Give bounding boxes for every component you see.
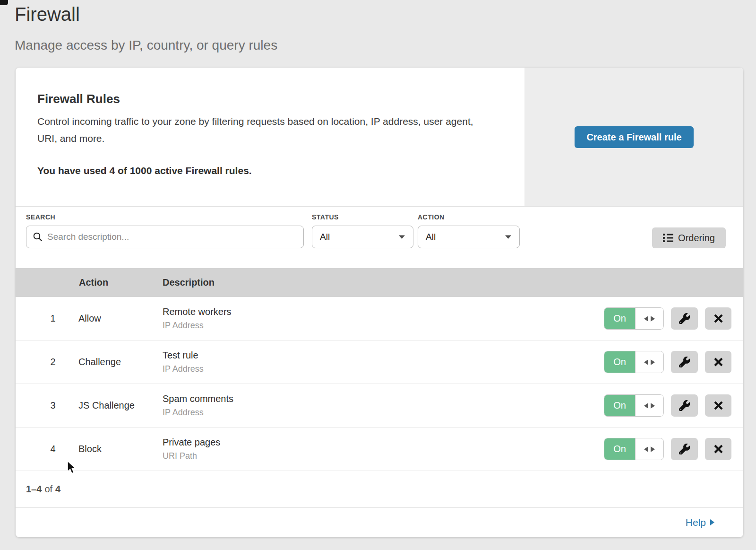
rule-field-type: IP Address [163,321,604,331]
toggle-on-label: On [604,395,635,416]
left-right-arrows-icon [635,308,663,329]
rule-description: Test rule [163,350,604,361]
wrench-icon [679,444,690,454]
chevron-down-icon [398,235,405,239]
close-icon [714,314,723,323]
status-select-value: All [320,232,330,242]
delete-rule-button[interactable] [705,394,731,417]
edit-rule-button[interactable] [671,438,698,460]
search-label: SEARCH [26,213,55,221]
delete-rule-button[interactable] [705,351,731,373]
rule-description-cell: Test rule IP Address [163,350,604,374]
table-row: 3 JS Challenge Spam comments IP Address … [16,384,743,428]
delete-rule-button[interactable] [705,438,731,460]
help-link-label: Help [686,517,706,528]
card-header: Firewall Rules Control incoming traffic … [16,68,743,207]
status-label: STATUS [312,213,339,221]
table-row: 1 Allow Remote workers IP Address On [16,297,743,340]
rule-controls: On [604,351,731,373]
filters-bar: SEARCH STATUS All ACTION All [16,207,743,268]
pagination: 1–4 of 4 [16,471,743,508]
edit-rule-button[interactable] [671,351,698,373]
rule-enabled-toggle[interactable]: On [604,394,664,417]
window-corner-artifact [0,0,8,5]
delete-rule-button[interactable] [705,307,731,330]
rule-enabled-toggle[interactable]: On [604,307,664,330]
rule-number: 2 [42,357,64,367]
page-subtitle: Manage access by IP, country, or query r… [15,38,277,53]
table-row: 4 Block Private pages URI Path On [16,428,743,471]
rule-enabled-toggle[interactable]: On [604,438,664,460]
rule-number: 4 [42,444,64,454]
close-icon [714,401,723,410]
action-select[interactable]: All [418,226,520,248]
action-label: ACTION [418,213,445,221]
column-header-description: Description [163,277,215,288]
table-row: 2 Challenge Test rule IP Address On [16,340,743,384]
left-right-arrows-icon [635,395,663,416]
toggle-on-label: On [604,351,635,373]
rule-controls: On [604,438,731,460]
arrow-right-icon [710,519,715,526]
close-icon [714,445,723,454]
rule-controls: On [604,307,731,330]
help-link[interactable]: Help [686,517,715,528]
rule-field-type: IP Address [163,364,604,374]
rule-number: 3 [42,400,64,411]
search-input-wrap [26,226,304,248]
rule-action: Allow [78,313,141,324]
pagination-total: 4 [55,484,60,495]
table-header: Action Description [16,268,743,297]
search-input[interactable] [26,226,304,248]
rule-description: Spam comments [163,393,604,404]
rule-number: 1 [42,313,64,324]
rule-action: JS Challenge [78,400,141,411]
rule-action: Challenge [78,357,141,367]
rule-description-cell: Spam comments IP Address [163,393,604,418]
column-header-action: Action [79,277,163,288]
rule-enabled-toggle[interactable]: On [604,351,664,373]
status-select[interactable]: All [312,226,413,248]
action-select-value: All [426,232,436,242]
rule-description: Private pages [163,437,604,448]
rule-description: Remote workers [163,306,604,317]
card-title: Firewall Rules [37,92,120,106]
left-right-arrows-icon [635,351,663,373]
firewall-rules-card: Firewall Rules Control incoming traffic … [16,68,743,537]
wrench-icon [679,313,690,324]
card-footer: Help [16,508,743,537]
wrench-icon [679,357,690,367]
ordered-list-icon [663,233,673,243]
ordering-button[interactable]: Ordering [652,227,726,248]
rule-field-type: IP Address [163,408,604,418]
ordering-button-label: Ordering [678,233,715,244]
usage-text: You have used 4 of 1000 active Firewall … [37,165,252,176]
rule-controls: On [604,394,731,417]
toggle-on-label: On [604,438,635,460]
close-icon [714,358,723,367]
rule-description-cell: Private pages URI Path [163,437,604,461]
card-description: Control incoming traffic to your zone by… [37,113,493,147]
edit-rule-button[interactable] [671,307,698,330]
page-title: Firewall [15,4,80,25]
edit-rule-button[interactable] [671,394,698,417]
toggle-on-label: On [604,308,635,329]
wrench-icon [679,400,690,411]
pagination-of: of [44,484,52,495]
rule-action: Block [78,444,141,454]
create-firewall-rule-button[interactable]: Create a Firewall rule [575,126,694,148]
rule-field-type: URI Path [163,451,604,461]
left-right-arrows-icon [635,438,663,460]
pagination-range: 1–4 [26,484,42,495]
search-icon [33,232,43,242]
rule-description-cell: Remote workers IP Address [163,306,604,331]
chevron-down-icon [505,235,512,239]
